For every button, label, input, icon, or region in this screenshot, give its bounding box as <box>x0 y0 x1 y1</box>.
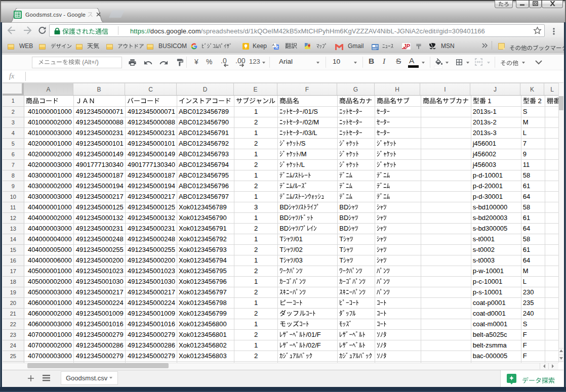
svg-text:JP: JP <box>403 43 410 49</box>
